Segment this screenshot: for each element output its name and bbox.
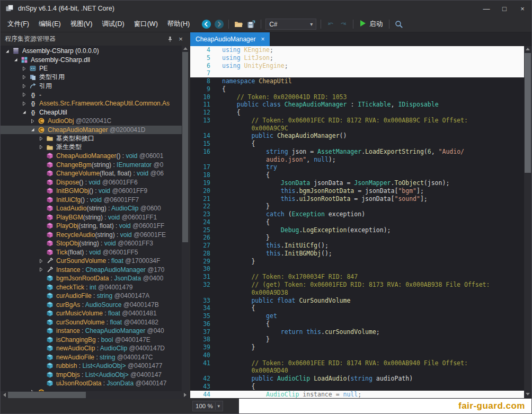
pin-button[interactable] (165, 34, 175, 44)
tree-row[interactable]: InitBGMObj() : void @06001FF9 (1, 187, 189, 196)
tree-row[interactable]: curSoundVolume : float @04001482 (1, 318, 189, 327)
code-line[interactable]: 15 { (190, 140, 531, 148)
tree-row[interactable]: newAudioFile : string @0400147C (1, 353, 189, 362)
code-line[interactable]: 19 JsonData jsonData = JsonMapper.ToObje… (190, 179, 531, 187)
tree-row[interactable]: 派生类型 (1, 143, 189, 152)
tree-row[interactable]: AudioObj @0200041C (1, 117, 189, 126)
tree-row[interactable]: tmpObjs : List<AudioObj> @0400147 (1, 371, 189, 380)
tree-row[interactable]: CurSoundVolume : float @1700034F (1, 257, 189, 266)
tree-row[interactable]: 基类型和接口 (1, 134, 189, 143)
code-line[interactable]: 9{ (190, 85, 531, 93)
code-line[interactable]: 35 get (190, 312, 531, 320)
code-line[interactable]: 24 { (190, 218, 531, 226)
tree-row[interactable]: curAudioFile : string @0400147A (1, 292, 189, 301)
code-line[interactable]: 31 // Token: 0x1700034F RID: 847 (190, 273, 531, 281)
open-file-button[interactable] (232, 18, 245, 31)
tree-row[interactable]: curMusicVolume : float @04001481 (1, 309, 189, 318)
editor-scroll-down-arrow[interactable] (526, 393, 530, 395)
language-select[interactable]: C# ▾ (265, 19, 316, 30)
zoom-select[interactable]: 100 % ▾ (192, 401, 223, 411)
vscroll-thumb[interactable] (182, 52, 188, 242)
tree-row[interactable]: rubbish : List<AudioObj> @04001477 (1, 362, 189, 371)
code-line[interactable]: 34 { (190, 304, 531, 312)
menu-item-1[interactable]: 编辑(E) (34, 17, 66, 31)
code-line[interactable]: 29 } (190, 258, 531, 266)
expander-closed-icon[interactable] (20, 66, 28, 71)
code-line[interactable]: 42 public AudioClip LoadAudio(string aud… (190, 375, 531, 383)
tree-row[interactable]: Assembly-CSharp (0.0.0.0) (1, 47, 189, 56)
code-line[interactable]: 21 this.uiJsonRootData = jsonData["sound… (190, 195, 531, 203)
code-line[interactable]: 6using UnityEngine; (190, 62, 531, 70)
tree-row[interactable]: newAudioClip : AudioClip @0400147D (1, 344, 189, 353)
code-line[interactable]: 4using KEngine; (190, 46, 531, 54)
editor-vscrollbar[interactable] (524, 46, 531, 399)
code-line[interactable]: 41 // Token: 0x06001FEE RID: 8174 RVA: 0… (190, 359, 531, 367)
expander-open-icon[interactable] (20, 110, 28, 114)
undo-button[interactable] (324, 18, 337, 31)
code-line[interactable]: audio.json", null); (190, 156, 531, 164)
expander-closed-icon[interactable] (37, 136, 45, 141)
code-line[interactable]: 0x000A9D40 (190, 367, 531, 375)
code-line[interactable]: 0x000A9C9C (190, 125, 531, 133)
expander-closed-icon[interactable] (28, 119, 37, 124)
code-line[interactable]: 43 { (190, 383, 531, 391)
tree-row[interactable]: 引用 (1, 82, 189, 91)
tree-row[interactable]: InitUiCfg() : void @06001FF7 (1, 196, 189, 205)
tree-row[interactable]: StopObj(string) : void @06001FF3 (1, 239, 189, 248)
expander-closed-icon[interactable] (37, 267, 45, 272)
code-line[interactable]: 13 // Token: 0x06001FEC RID: 8172 RVA: 0… (190, 117, 531, 125)
code-line[interactable]: 27 this.InitUiCfg(); (190, 242, 531, 250)
expander-closed-icon[interactable] (20, 101, 28, 106)
tree-row[interactable]: PlayObj(string, float) : void @06001FF (1, 222, 189, 231)
menu-item-2[interactable]: 视图(V) (66, 17, 97, 31)
code-line[interactable]: 16 string json = AssetManager.LoadExport… (190, 148, 531, 156)
code-line[interactable]: 26 } (190, 234, 531, 242)
code-line[interactable]: 10 // Token: 0x0200041D RID: 1053 (190, 93, 531, 101)
code-line[interactable]: 36 { (190, 320, 531, 328)
code-line[interactable]: 22 } (190, 202, 531, 210)
tree-row[interactable]: bgmJsonRootData : JsonData @0400 (1, 274, 189, 283)
tree-row[interactable]: {}Assets.Src.Framework.CheapUtil.Common.… (1, 99, 189, 108)
expander-closed-icon[interactable] (20, 84, 28, 89)
tree-row[interactable]: CheapAudioManager @0200041D (1, 126, 189, 135)
menu-item-4[interactable]: 窗口(W) (129, 17, 163, 31)
tree-row[interactable]: Instance : CheapAudioManager @170 (1, 266, 189, 275)
navigate-forward-button[interactable] (212, 18, 225, 31)
code-line[interactable]: 25 Debug.LogException(exception); (190, 226, 531, 234)
tree-row[interactable]: 类型引用 (1, 73, 189, 82)
code-line[interactable]: 44 AudioClip instance = null; (190, 391, 531, 399)
code-line[interactable]: 18 { (190, 171, 531, 179)
code-line[interactable]: 0x000A9D38 (190, 289, 531, 297)
expander-open-icon[interactable] (3, 49, 11, 54)
tree-row[interactable]: PE (1, 64, 189, 73)
expander-closed-icon[interactable] (37, 259, 45, 263)
tree-row[interactable]: curBgAs : AudioSource @0400147B (1, 301, 189, 310)
expander-closed-icon[interactable] (37, 145, 45, 149)
tree-row[interactable]: Dispose() : void @06001FF6 (1, 178, 189, 187)
tree-row[interactable]: instance : CheapAudioManager @040 (1, 327, 189, 336)
code-line[interactable]: 40 (190, 351, 531, 359)
code-editor[interactable]: 4using KEngine;5using LitJson;6using Uni… (190, 46, 531, 399)
start-button[interactable]: 启动 (357, 18, 386, 31)
tree-row[interactable]: uiJsonRootData : JsonData @0400147 (1, 379, 189, 388)
tab-close-button[interactable]: × (261, 36, 264, 43)
code-line[interactable]: 20 this.bgmJsonRootData = jsonData["bgm"… (190, 187, 531, 195)
code-line[interactable]: 38 } (190, 336, 531, 343)
close-button[interactable]: × (513, 1, 531, 16)
menu-item-0[interactable]: 文件(F) (3, 17, 34, 31)
minimize-button[interactable]: — (477, 1, 495, 16)
tree-row[interactable]: {}CheapUtil (1, 108, 189, 117)
tree-row[interactable]: isChangingBg : bool @0400147E (1, 336, 189, 345)
tree-row[interactable]: checkTick : int @04001479 (1, 283, 189, 292)
tree-row[interactable]: RecycleAudio(string) : void @06001FE (1, 231, 189, 240)
editor-scroll-up-arrow[interactable] (526, 48, 530, 50)
code-line[interactable]: 37 return this.curSoundVolume; (190, 328, 531, 336)
code-line[interactable]: 23 catch (Exception exception) (190, 210, 531, 218)
save-all-button[interactable] (245, 18, 258, 31)
code-line[interactable]: 30 (190, 265, 531, 273)
code-line[interactable]: 14 public CheapAudioManager() (190, 132, 531, 140)
tree-row[interactable]: Assembly-CSharp.dll (1, 56, 189, 65)
code-line[interactable]: 12 { (190, 109, 531, 117)
code-line[interactable]: 39 } (190, 343, 531, 351)
scroll-left-arrow[interactable] (1, 391, 8, 399)
